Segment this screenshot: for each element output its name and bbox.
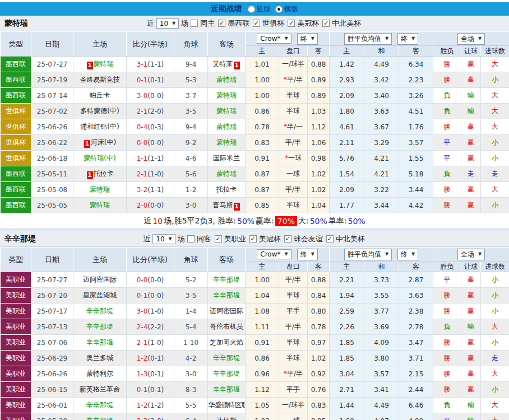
avg-away-cell: 1.55 bbox=[399, 151, 433, 166]
final-odds-select[interactable]: 终 ▼ bbox=[297, 249, 318, 260]
wdl-average-select[interactable]: 胜平负均值 ▼ bbox=[344, 33, 392, 45]
recent-count-select[interactable]: 10 ▼ bbox=[152, 234, 175, 244]
odds-home-cell: 0.85 bbox=[246, 198, 279, 213]
full-match-select[interactable]: 全场 ▼ bbox=[457, 33, 485, 45]
col-wdl: 胜负 bbox=[433, 46, 461, 57]
col-type: 类型 bbox=[1, 32, 31, 57]
avg-home-cell: 1.94 bbox=[330, 288, 364, 304]
odds-away-cell: 0.88 bbox=[308, 272, 330, 288]
score-cell: 1-3(0-1) bbox=[127, 366, 174, 382]
col-goals: 进球数 bbox=[481, 262, 509, 272]
avg-away-cell: 3.44 bbox=[399, 182, 433, 198]
recent-count-value: 10 bbox=[160, 20, 168, 27]
radio-icon[interactable] bbox=[248, 6, 255, 13]
fulltime-score: 2-1 bbox=[137, 170, 148, 178]
league-checkbox-3[interactable] bbox=[326, 235, 334, 242]
avg-home-cell: 1.85 bbox=[330, 351, 364, 366]
final-odds-select-value: 终 bbox=[300, 34, 307, 44]
odds-group-header: Crow* ▼ 终 ▼ bbox=[246, 32, 330, 46]
rank-1-badge: 1 bbox=[87, 171, 93, 179]
full-match-select-value: 全场 bbox=[461, 34, 474, 44]
corner-cell: 5-3 bbox=[174, 72, 208, 88]
final-odds-select[interactable]: 终 ▼ bbox=[297, 33, 318, 45]
league-checkbox-2[interactable] bbox=[288, 20, 295, 27]
avg-away-cell: 2.15 bbox=[399, 366, 433, 382]
match-row: 美职业25-07-06辛辛那堤2-1(1-0)1-10芝加哥火焰0.91半球0.… bbox=[1, 335, 509, 351]
league-checkbox-0[interactable] bbox=[218, 20, 225, 27]
odds-away-cell: 0.76 bbox=[308, 382, 330, 398]
away-team-cell: 蒙特瑞 bbox=[208, 135, 246, 151]
halftime-score: (1-0) bbox=[147, 170, 164, 178]
same-away-checkbox[interactable] bbox=[187, 235, 195, 242]
score-cell: 0-4(0-3) bbox=[127, 119, 174, 135]
league-type-cell: 世俱杯 bbox=[1, 119, 31, 135]
fulltime-score: 2-1 bbox=[137, 339, 148, 347]
league-label-0: 美职业 bbox=[224, 234, 246, 244]
league-checkbox-1[interactable] bbox=[249, 235, 257, 242]
avg-home-cell: 2.71 bbox=[330, 382, 364, 398]
league-checkbox-3[interactable] bbox=[322, 20, 330, 27]
score-cell: 1-2(1-2) bbox=[127, 398, 174, 413]
league-type-cell: 美职业 bbox=[1, 398, 31, 413]
wdl-result-cell: 勝 bbox=[433, 119, 461, 135]
avg-draw-cell: 3.80 bbox=[364, 351, 399, 366]
same-home-checkbox[interactable] bbox=[191, 20, 198, 27]
halftime-score: (1-1) bbox=[147, 155, 164, 162]
league-checkbox-0[interactable] bbox=[215, 235, 222, 242]
result-group-header: 全场 ▼ bbox=[433, 248, 509, 262]
let-ball-result-cell: 赢 bbox=[461, 135, 481, 151]
home-team-cell: 蒙特瑞 bbox=[73, 182, 127, 198]
handicap-cell: 平手 bbox=[279, 304, 308, 319]
chevron-down-icon: ▼ bbox=[311, 252, 314, 256]
avg-draw-cell: 4.09 bbox=[364, 335, 399, 351]
summary-count: 10 bbox=[152, 217, 163, 226]
avg-home-cell: 1.85 bbox=[330, 335, 364, 351]
team-name: 多特蒙德(中) bbox=[80, 107, 119, 115]
halftime-score: (0-3) bbox=[147, 123, 164, 131]
wdl-average-select[interactable]: 胜平负均值 ▼ bbox=[344, 249, 392, 260]
score-cell: 2-1(1-0) bbox=[127, 335, 174, 351]
avg-away-cell: 3.63 bbox=[399, 288, 433, 304]
league-label-3: 中北美杯 bbox=[336, 234, 365, 244]
match-row: 美职业25-06-15新英格兰革命0-1(0-1)8-3辛辛那堤1.12平手0.… bbox=[1, 382, 509, 398]
radio-checked-icon[interactable] bbox=[275, 6, 283, 13]
avg-away-cell: 2.78 bbox=[399, 319, 433, 335]
final-average-select[interactable]: 终 ▼ bbox=[397, 33, 418, 45]
away-team-cell: 辛辛那堤 bbox=[208, 366, 246, 382]
league-type-cell: 美职业 bbox=[1, 319, 31, 335]
team-name: 圣路易斯竞技 bbox=[80, 76, 120, 83]
corner-cell: 5-6 bbox=[174, 166, 208, 182]
fulltime-score: 0-1 bbox=[137, 76, 148, 84]
league-checkbox-2[interactable] bbox=[284, 235, 291, 242]
odds-home-cell: 0.87 bbox=[246, 166, 279, 182]
chevron-down-icon: ▼ bbox=[385, 36, 388, 41]
layout-radio-vertical[interactable]: 竖版 bbox=[248, 4, 271, 14]
bookmaker-select-value: Crow* bbox=[260, 35, 280, 43]
bookmaker-select[interactable]: Crow* ▼ bbox=[257, 249, 291, 259]
avg-draw-cell: 3.44 bbox=[364, 198, 399, 213]
avg-draw-cell: 4.07 bbox=[364, 413, 399, 420]
score-cell: 3-1(1-1) bbox=[127, 57, 174, 72]
final-average-select[interactable]: 终 ▼ bbox=[397, 249, 418, 260]
match-row: 世俱杯25-06-26浦和红钻(中)0-4(0-3)9-4蒙特瑞0.78*半/一… bbox=[1, 119, 509, 135]
odds-away-cell: 1.04 bbox=[308, 198, 330, 213]
full-match-select[interactable]: 全场 ▼ bbox=[457, 249, 485, 260]
goals-result-cell: 小 bbox=[481, 335, 509, 351]
date-cell: 25-06-26 bbox=[31, 119, 73, 135]
team-name: 辛辛那堤 bbox=[86, 401, 113, 409]
bookmaker-select[interactable]: Crow* ▼ bbox=[257, 34, 291, 44]
avg-away-cell: 4.51 bbox=[399, 104, 433, 119]
avg-home-cell: 3.04 bbox=[330, 366, 364, 382]
match-row: 墨西联25-05-111托拉卡2-1(1-0)5-6蒙特瑞0.87一球1.021… bbox=[1, 166, 509, 182]
corner-cell: 1-2 bbox=[174, 182, 208, 198]
odds-home-cell: 1.05 bbox=[246, 398, 279, 413]
league-label-1: 美冠杯 bbox=[259, 234, 281, 244]
handicap-cell: 半球 bbox=[279, 198, 308, 213]
avg-home-cell: 2.21 bbox=[330, 272, 364, 288]
layout-radio-horizontal[interactable]: 横版 bbox=[275, 4, 299, 14]
match-row: 墨西联25-07-14帕丘卡3-0(0-0)3-7蒙特瑞1.00半球0.892.… bbox=[1, 88, 509, 104]
recent-count-select[interactable]: 10 ▼ bbox=[156, 18, 179, 29]
handicap-cell: 半球 bbox=[279, 88, 308, 104]
col-score: 比分(半场) bbox=[127, 32, 174, 57]
league-checkbox-1[interactable] bbox=[253, 20, 260, 27]
